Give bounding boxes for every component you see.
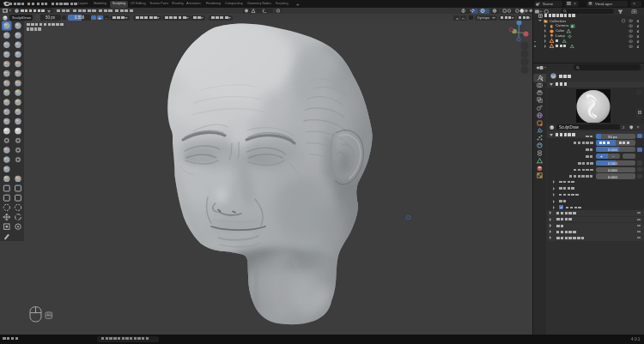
svg-text:Alt: Alt — [46, 313, 52, 317]
